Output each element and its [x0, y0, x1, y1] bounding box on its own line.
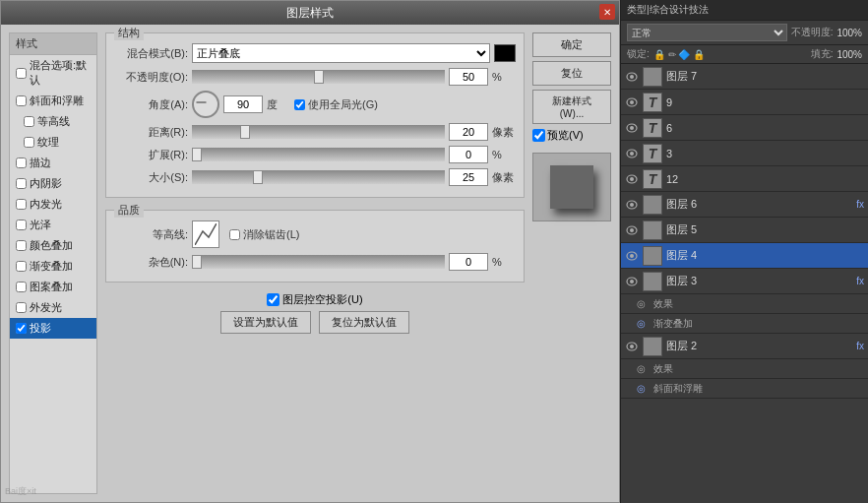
svg-point-3 [630, 100, 634, 104]
sidebar-item-4[interactable]: 描边 [10, 153, 96, 173]
sidebar-checkbox-6[interactable] [16, 199, 27, 210]
noise-input[interactable] [449, 253, 488, 271]
sidebar-checkbox-10[interactable] [16, 282, 27, 292]
sidebar-item-3[interactable]: 纹理 [10, 132, 96, 153]
sidebar-checkbox-8[interactable] [16, 240, 27, 251]
sidebar-item-10[interactable]: 图案叠加 [10, 277, 96, 297]
sidebar-checkbox-3[interactable] [24, 137, 34, 148]
layer-thumb-4: T [643, 169, 662, 189]
layer-item-3[interactable]: T3 [621, 141, 868, 166]
sidebar-checkbox-9[interactable] [16, 261, 27, 272]
color-swatch[interactable] [494, 44, 516, 62]
dialog-close-button[interactable]: ✕ [599, 4, 615, 20]
opacity-input[interactable] [449, 68, 488, 86]
sidebar-checkbox-4[interactable] [16, 157, 27, 168]
sidebar-item-7[interactable]: 光泽 [10, 215, 96, 235]
layer-thumb-8 [643, 272, 662, 291]
noise-row: 杂色(N): % [114, 253, 516, 271]
sidebar-checkbox-1[interactable] [16, 95, 27, 106]
layer-item-7[interactable]: 图层 4 [621, 243, 868, 269]
layer-opacity-label: 不透明度: [791, 26, 834, 39]
antialias-checkbox[interactable] [229, 229, 240, 240]
layer-item-2[interactable]: T6 [621, 115, 868, 141]
layer-eye-0[interactable] [625, 70, 639, 84]
sidebar-checkbox-11[interactable] [16, 302, 27, 313]
layer-fx-5: fx [856, 199, 864, 210]
global-light-checkbox[interactable] [294, 99, 305, 110]
distance-slider[interactable] [192, 125, 445, 139]
sidebar-item-1[interactable]: 斜面和浮雕 [10, 91, 96, 111]
size-slider[interactable] [192, 170, 445, 184]
opacity-label: 不透明度(O): [114, 70, 188, 85]
reset-default-button[interactable]: 复位为默认值 [319, 311, 409, 334]
noise-slider[interactable] [192, 255, 445, 269]
contour-preview[interactable] [192, 220, 219, 248]
angle-row: 角度(A): 度 使用全局光(G) [114, 91, 516, 118]
layer-effect-8-0: ◎效果 [621, 294, 868, 314]
knockout-checkbox[interactable] [267, 293, 279, 306]
layer-eye-6[interactable] [625, 223, 639, 237]
sidebar-checkbox-7[interactable] [16, 220, 27, 230]
angle-needle [196, 102, 206, 103]
blend-mode-label: 混合模式(B): [114, 46, 188, 61]
svg-point-9 [630, 177, 634, 181]
svg-point-17 [630, 280, 634, 283]
layer-name-0: 图层 7 [666, 69, 864, 84]
layer-eye-3[interactable] [625, 147, 639, 160]
angle-input[interactable] [223, 95, 263, 113]
sidebar-item-0[interactable]: 混合选项:默认 [10, 55, 96, 91]
new-style-button[interactable]: 新建样式(W)... [532, 90, 611, 124]
sidebar-item-8[interactable]: 颜色叠加 [10, 235, 96, 256]
layer-blend-select[interactable]: 正常 [627, 24, 787, 41]
layer-effect-8-1: ◎渐变叠加 [621, 314, 868, 334]
layer-eye-7[interactable] [625, 249, 639, 263]
layer-eye-9[interactable] [625, 340, 639, 353]
ok-button[interactable]: 确定 [532, 32, 611, 57]
layer-item-0[interactable]: 图层 7 [621, 64, 868, 90]
set-default-button[interactable]: 设置为默认值 [220, 311, 311, 334]
layers-panel: 类型|综合设计技法 正常 不透明度: 100% 锁定: 🔒 ✏ 🔷 🔒 填充: … [620, 0, 868, 503]
dialog-titlebar: 图层样式 ✕ [1, 1, 619, 25]
layer-eye-1[interactable] [625, 95, 639, 109]
spread-slider[interactable] [192, 148, 445, 161]
layer-thumb-2: T [643, 118, 662, 138]
sidebar-item-11[interactable]: 外发光 [10, 297, 96, 318]
sidebar-item-6[interactable]: 内发光 [10, 194, 96, 215]
layer-item-5[interactable]: 图层 6fx [621, 192, 868, 218]
layer-eye-4[interactable] [625, 172, 639, 186]
layer-name-3: 3 [666, 148, 864, 159]
layer-item-1[interactable]: T9 [621, 90, 868, 115]
sidebar-item-12[interactable]: 投影 [10, 318, 96, 339]
layer-eye-5[interactable] [625, 198, 639, 212]
layer-eye-2[interactable] [625, 121, 639, 135]
layer-item-8[interactable]: 图层 3fx [621, 269, 868, 294]
bottom-buttons: 设置为默认值 复位为默认值 [220, 311, 409, 334]
layer-item-9[interactable]: 图层 2fx [621, 334, 868, 359]
layers-header-label: 类型|综合设计技法 [627, 3, 709, 17]
preview-checkbox[interactable] [532, 129, 545, 142]
sidebar-checkbox-0[interactable] [16, 68, 27, 79]
blend-mode-select[interactable]: 正片叠底 [192, 43, 490, 63]
distance-row: 距离(R): 像素 [114, 123, 516, 141]
sidebar-item-2[interactable]: 等高线 [10, 111, 96, 132]
layer-item-6[interactable]: 图层 5 [621, 218, 868, 243]
sidebar-item-9[interactable]: 渐变叠加 [10, 256, 96, 277]
sidebar-checkbox-5[interactable] [16, 178, 27, 189]
sidebar-checkbox-12[interactable] [16, 323, 27, 334]
cancel-button[interactable]: 复位 [532, 61, 611, 86]
layer-effect-9-1: ◎斜面和浮雕 [621, 379, 868, 399]
sidebar-checkbox-2[interactable] [24, 116, 34, 127]
size-label: 大小(S): [114, 170, 188, 185]
size-input[interactable] [449, 168, 488, 186]
sidebar-item-5[interactable]: 内阴影 [10, 173, 96, 194]
spread-row: 扩展(R): % [114, 146, 516, 163]
sidebar-title: 样式 [10, 33, 96, 55]
layer-item-4[interactable]: T12 [621, 166, 868, 192]
layer-name-8: 图层 3 [666, 274, 852, 288]
angle-dial[interactable] [192, 91, 219, 118]
preview-inner [550, 165, 593, 209]
opacity-slider[interactable] [192, 70, 445, 84]
spread-input[interactable] [449, 146, 488, 163]
distance-input[interactable] [449, 123, 488, 141]
layer-eye-8[interactable] [625, 275, 639, 288]
